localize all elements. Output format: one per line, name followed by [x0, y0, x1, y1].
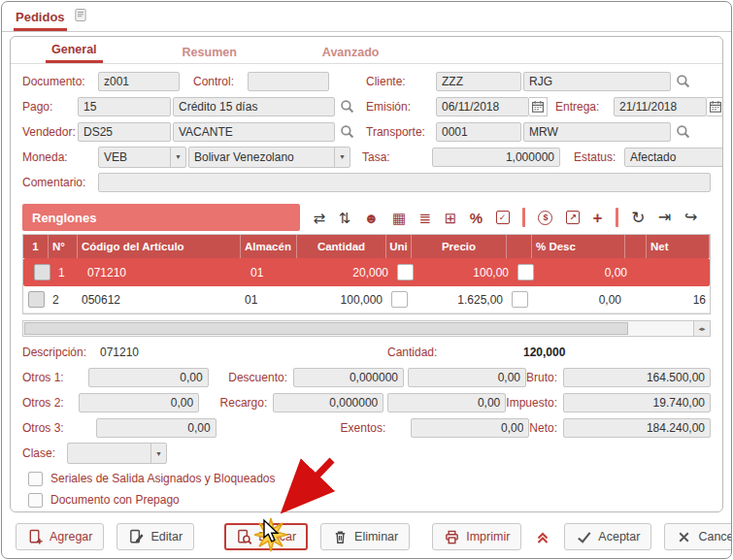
vendedor-code-input[interactable]	[78, 122, 171, 142]
editar-button[interactable]: Editar	[117, 523, 194, 550]
tab-resumen[interactable]: Resumen	[177, 42, 243, 63]
agregar-button[interactable]: Agregar	[16, 523, 104, 550]
cliente-name-input[interactable]	[523, 72, 671, 91]
entrega-calendar-icon[interactable]	[707, 97, 723, 116]
transporte-code-input[interactable]	[436, 122, 521, 142]
precio-detail-button[interactable]	[512, 291, 528, 308]
impuesto-input[interactable]	[563, 393, 711, 412]
refresh-icon[interactable]: ↻	[631, 210, 645, 226]
bruto-input[interactable]	[563, 368, 711, 387]
moneda-code-select[interactable]: VEB ▼	[98, 147, 186, 168]
descuento-monto-input[interactable]	[408, 368, 526, 387]
header-cantidad[interactable]: Cantidad	[297, 235, 386, 258]
image-icon[interactable]: ▦	[392, 211, 406, 225]
tab-general[interactable]: General	[46, 39, 103, 63]
cell-blank	[625, 286, 647, 313]
fit-rows-icon[interactable]: ⇅	[339, 211, 351, 225]
imprimir-button[interactable]: Imprimir	[432, 523, 521, 550]
recargo-pct-input[interactable]	[273, 393, 383, 412]
moneda-name-select[interactable]: Bolivar Venezolano ▼	[188, 147, 350, 168]
cell-precio: 100,00	[417, 259, 513, 285]
cell-precio: 1.625,00	[412, 286, 507, 313]
recargo-monto-input[interactable]	[387, 393, 506, 412]
grid-icon[interactable]: ⊞	[445, 211, 457, 225]
cancelar-button[interactable]: Cancelar	[664, 523, 732, 550]
precio-detail-button[interactable]	[517, 264, 534, 280]
documento-label: Documento:	[22, 75, 98, 88]
seriales-checkbox[interactable]	[28, 472, 43, 486]
scrollbar-thumb[interactable]	[24, 322, 628, 335]
scrollbar-right-button[interactable]: ◂▸	[693, 321, 710, 336]
aceptar-button[interactable]: Aceptar	[564, 523, 651, 550]
cancelar-label: Cancelar	[698, 530, 732, 544]
header-precio[interactable]: Precio	[412, 235, 507, 258]
otros2-label: Otros 2:	[22, 396, 79, 410]
emision-calendar-icon[interactable]	[529, 97, 548, 116]
pago-search-icon[interactable]	[340, 99, 354, 114]
pago-name-input[interactable]	[173, 97, 335, 116]
exit-icon[interactable]: ↪	[684, 210, 697, 225]
uni-button[interactable]	[391, 291, 408, 308]
header-uni[interactable]: Uni	[386, 235, 412, 258]
imprimir-label: Imprimir	[466, 530, 510, 544]
fit-columns-icon[interactable]: ⇄	[313, 211, 325, 225]
otros3-input[interactable]	[96, 418, 217, 438]
table-row[interactable]: 1 071210 01 20,000 100,00 0,00	[23, 258, 710, 286]
contact-icon[interactable]: ☻	[364, 211, 380, 225]
row-selector[interactable]	[28, 291, 45, 308]
header-codigo[interactable]: Código del Artículo	[78, 235, 241, 258]
uni-button[interactable]	[397, 264, 414, 280]
cliente-search-icon[interactable]	[676, 74, 690, 88]
eliminar-button[interactable]: Eliminar	[320, 523, 410, 550]
export-icon[interactable]: ↗	[566, 211, 580, 224]
import-icon[interactable]: ⇥	[658, 210, 671, 225]
documento-input[interactable]	[98, 72, 180, 91]
header-desc[interactable]: % Desc	[532, 235, 625, 258]
editar-label: Editar	[150, 530, 183, 544]
clase-select[interactable]: ▼	[67, 443, 167, 464]
prepago-checkbox-label: Documento con Prepago	[50, 493, 180, 507]
emision-input[interactable]	[436, 97, 529, 116]
estatus-input[interactable]	[624, 148, 723, 167]
header-numero[interactable]: N°	[49, 235, 78, 258]
percent-icon[interactable]: %	[470, 211, 483, 225]
collapse-toolbar-icon[interactable]	[534, 528, 551, 545]
otros3-label: Otros 3:	[22, 421, 96, 435]
control-input[interactable]	[248, 72, 329, 91]
bottom-toolbar: Agregar Editar Buscar Eliminar Imprimir …	[2, 518, 731, 555]
cell-codigo: 071210	[83, 259, 247, 285]
entrega-input[interactable]	[614, 97, 707, 116]
vendedor-search-icon[interactable]	[340, 124, 354, 139]
list-icon[interactable]: ≣	[419, 211, 432, 225]
tab-pedidos[interactable]: Pedidos	[14, 5, 67, 31]
descripcion-label: Descripción:	[22, 346, 100, 359]
cliente-code-input[interactable]	[436, 72, 521, 91]
comentario-input[interactable]	[98, 173, 711, 192]
vendedor-name-input[interactable]	[173, 122, 335, 142]
transporte-name-input[interactable]	[523, 122, 671, 142]
row-selector[interactable]	[34, 264, 50, 280]
neto-label: Neto:	[529, 421, 563, 435]
clipboard-check-icon[interactable]: ✓	[496, 211, 510, 224]
tab-avanzado[interactable]: Avanzado	[317, 42, 385, 63]
horizontal-scrollbar[interactable]: ◂▸	[22, 320, 711, 337]
tasa-input[interactable]	[432, 148, 560, 167]
pago-code-input[interactable]	[78, 97, 171, 116]
moneda-code-value: VEB	[104, 150, 127, 164]
buscar-button[interactable]: Buscar	[224, 523, 308, 550]
emision-label: Emisión:	[366, 100, 436, 114]
header-almacen[interactable]: Almacén	[241, 235, 297, 258]
eliminar-label: Eliminar	[354, 530, 398, 544]
otros2-input[interactable]	[79, 393, 199, 412]
moneda-label: Moneda:	[22, 150, 98, 164]
exentos-input[interactable]	[411, 418, 529, 438]
transporte-search-icon[interactable]	[676, 124, 690, 139]
table-row[interactable]: 2 050612 01 100,000 1.625,00 0,00 16	[23, 286, 710, 313]
prepago-checkbox[interactable]	[28, 493, 43, 508]
descuento-pct-input[interactable]	[293, 368, 404, 387]
header-neto[interactable]: Net	[647, 235, 710, 258]
neto-input[interactable]	[563, 418, 711, 438]
otros1-input[interactable]	[88, 368, 209, 387]
currency-icon[interactable]: $	[538, 211, 552, 225]
add-item-icon[interactable]: +	[592, 210, 602, 226]
